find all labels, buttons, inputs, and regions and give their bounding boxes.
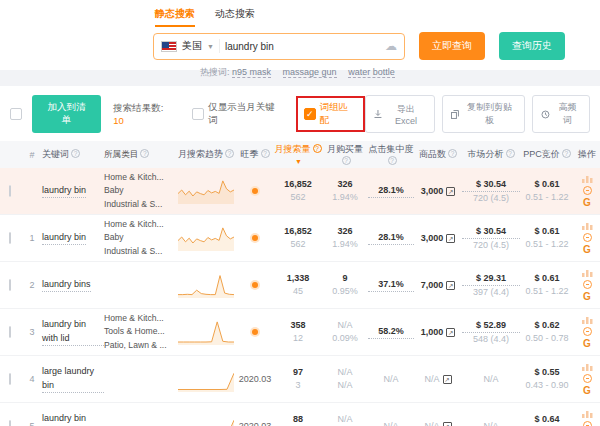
column-header[interactable]: 旺季? xyxy=(236,148,274,161)
table-row: 3 laundry bin with lid Home & Kitch...To… xyxy=(0,309,600,356)
info-icon[interactable]: ? xyxy=(313,144,322,153)
bar-chart-icon[interactable] xyxy=(582,363,593,371)
category-list: Home & Kitch...BabyIndustrial & S... xyxy=(104,218,176,258)
peak-season-month: 2020.03 xyxy=(239,374,272,384)
bar-chart-icon[interactable] xyxy=(582,269,593,277)
search-bar-row: 美国 ▼ ☁ 立即查询 查询历史 xyxy=(153,32,600,60)
column-header[interactable]: 月购买量? xyxy=(322,143,368,166)
external-link-icon[interactable]: ↗ xyxy=(443,375,452,384)
remove-icon[interactable] xyxy=(583,327,592,336)
bar-chart-icon[interactable] xyxy=(582,175,593,183)
select-all-checkbox[interactable] xyxy=(10,108,22,120)
keyword-research-page: 静态搜索 动态搜索 美国 ▼ ☁ 立即查询 查询历史 热搜词: n95 mask… xyxy=(0,0,600,426)
market-analysis: $ 52.89548 (4.4) xyxy=(462,319,520,345)
row-checkbox[interactable] xyxy=(9,279,11,291)
click-concentration: N/A xyxy=(368,420,414,426)
copy-clipboard-button[interactable]: 复制到剪贴板 xyxy=(442,95,525,133)
column-header[interactable]: 月搜索量?▼ xyxy=(274,143,322,166)
info-icon[interactable]: ? xyxy=(71,149,80,158)
external-link-icon[interactable]: ↗ xyxy=(446,234,455,243)
column-header[interactable]: 所属类目? xyxy=(104,148,176,161)
high-freq-words-button[interactable]: 高频词 xyxy=(532,95,590,133)
column-header[interactable]: PPC竞价? xyxy=(520,148,574,161)
row-checkbox[interactable] xyxy=(9,326,11,338)
bar-chart-icon[interactable] xyxy=(582,222,593,230)
add-to-list-button[interactable]: 加入到清单 xyxy=(32,95,101,133)
country-select[interactable]: 美国 xyxy=(182,39,202,53)
info-icon[interactable]: ? xyxy=(140,149,149,158)
info-icon[interactable]: ? xyxy=(388,156,397,165)
export-excel-button[interactable]: 导出Excel xyxy=(365,95,435,133)
external-link-icon[interactable]: ↗ xyxy=(446,187,455,196)
column-header[interactable]: 市场分析? xyxy=(462,148,520,161)
chevron-down-icon[interactable]: ▼ xyxy=(207,43,214,50)
hot-word-link[interactable]: water bottle xyxy=(348,67,395,78)
keyword-link[interactable]: laundry bin with lid xyxy=(42,318,104,346)
column-header[interactable]: 点击集中度? xyxy=(368,143,414,166)
google-trends-icon[interactable]: G xyxy=(583,292,591,302)
only-current-month-filter: 仅显示当月关键词 xyxy=(192,101,283,127)
bar-chart-icon[interactable] xyxy=(582,410,593,418)
hot-word-link[interactable]: massage gun xyxy=(283,67,337,78)
google-trends-icon[interactable]: G xyxy=(583,198,591,208)
monthly-purchase-volume: N/AN/A xyxy=(322,366,368,391)
info-icon[interactable]: ? xyxy=(225,149,234,158)
remove-icon[interactable] xyxy=(583,186,592,195)
cloud-upload-icon[interactable]: ☁ xyxy=(385,39,397,53)
external-link-icon[interactable]: ↗ xyxy=(446,328,455,337)
google-trends-icon[interactable]: G xyxy=(583,386,591,396)
divider xyxy=(219,39,220,53)
peak-season-dot xyxy=(252,329,258,335)
results-card: 加入到清单 搜索结果数: 10 仅显示当月关键词 ✓ 词组匹配 导出Excel xyxy=(0,86,600,426)
market-analysis: N/A xyxy=(462,373,520,386)
ppc-bid: $ 0.610.51 - 1.22 xyxy=(520,178,574,203)
keyword-link[interactable]: laundry bin xyxy=(42,184,86,199)
tab-static-search[interactable]: 静态搜索 xyxy=(155,7,195,27)
sort-caret-icon[interactable]: ▼ xyxy=(295,158,302,165)
us-flag-icon xyxy=(161,41,177,52)
keyword-link[interactable]: laundry bins xyxy=(42,278,91,293)
row-checkbox[interactable] xyxy=(9,373,11,385)
phrase-match-checkbox[interactable]: ✓ xyxy=(304,108,316,120)
search-input[interactable] xyxy=(225,41,380,52)
search-button[interactable]: 立即查询 xyxy=(419,32,485,60)
peak-season-indicator xyxy=(236,233,274,243)
tab-dynamic-search[interactable]: 动态搜索 xyxy=(215,7,255,27)
row-actions: G xyxy=(574,175,600,208)
row-index: 4 xyxy=(24,374,40,384)
info-icon[interactable]: ? xyxy=(506,149,515,158)
refresh-icon xyxy=(541,110,550,119)
external-link-icon[interactable]: ↗ xyxy=(446,281,455,290)
column-header[interactable]: 月搜索趋势? xyxy=(176,148,236,161)
row-checkbox[interactable] xyxy=(9,185,11,197)
google-trends-icon[interactable]: G xyxy=(583,245,591,255)
bar-chart-icon[interactable] xyxy=(582,316,593,324)
remove-icon[interactable] xyxy=(583,374,592,383)
remove-icon[interactable] xyxy=(583,421,592,426)
row-checkbox[interactable] xyxy=(9,232,11,244)
info-icon[interactable]: ? xyxy=(562,149,571,158)
remove-icon[interactable] xyxy=(583,233,592,242)
keyword-link[interactable]: laundry bin xyxy=(42,231,86,246)
row-checkbox[interactable] xyxy=(9,420,11,426)
info-icon[interactable]: ? xyxy=(342,156,351,165)
monthly-purchase-volume: 3261.94% xyxy=(322,178,368,203)
download-icon xyxy=(374,110,382,119)
info-icon[interactable]: ? xyxy=(448,149,457,158)
history-button[interactable]: 查询历史 xyxy=(499,32,565,60)
keyword-link[interactable]: large laundry bin xyxy=(42,365,104,393)
market-analysis: $ 29.31397 (4.4) xyxy=(462,272,520,298)
column-header[interactable]: 商品数? xyxy=(414,148,462,161)
row-index: 5 xyxy=(24,421,40,426)
ppc-bid: $ 0.610.51 - 1.22 xyxy=(520,225,574,250)
category-list: Home & Kitch...BabyIndustrial & S... xyxy=(104,171,176,211)
category-item: Home & Kitch... xyxy=(104,171,176,184)
external-link-icon[interactable]: ↗ xyxy=(443,422,452,426)
hot-word-link[interactable]: n95 mask xyxy=(232,67,271,78)
column-header[interactable]: 关键词? xyxy=(40,148,104,161)
keyword-link[interactable]: laundry bin organizer xyxy=(42,412,104,426)
info-icon[interactable]: ? xyxy=(261,149,270,158)
remove-icon[interactable] xyxy=(583,280,592,289)
google-trends-icon[interactable]: G xyxy=(583,339,591,349)
only-current-month-checkbox[interactable] xyxy=(192,108,204,120)
